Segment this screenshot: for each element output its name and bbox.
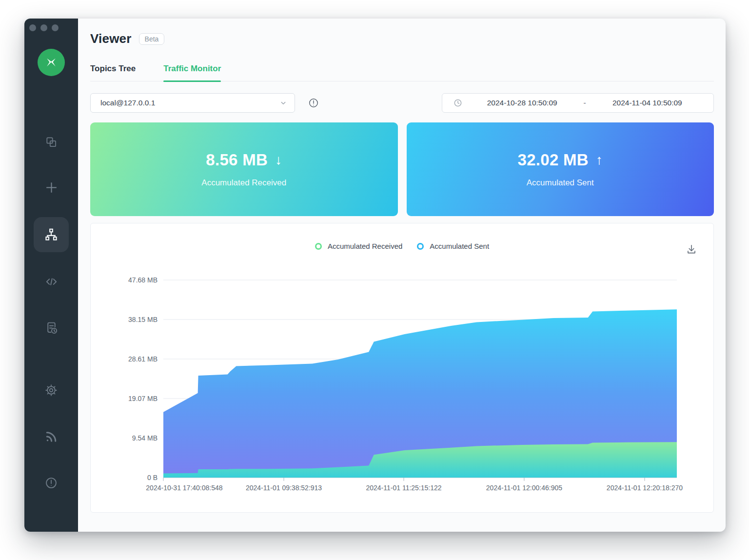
filter-bar: local@127.0.0.1 2 — [90, 93, 714, 113]
svg-text:47.68 MB: 47.68 MB — [128, 276, 158, 284]
tab-topics-tree[interactable]: Topics Tree — [90, 64, 136, 81]
svg-text:9.54 MB: 9.54 MB — [132, 434, 158, 442]
svg-text:2024-11-01 12:00:46:905: 2024-11-01 12:00:46:905 — [486, 484, 562, 492]
received-stat-label: Accumulated Received — [201, 178, 286, 188]
main-content: Viewer Beta Topics Tree Traffic Monitor … — [78, 19, 726, 532]
date-range-separator: - — [581, 99, 588, 107]
chevron-down-icon — [278, 98, 289, 108]
svg-text:2024-11-01 11:25:15:122: 2024-11-01 11:25:15:122 — [366, 484, 441, 492]
tab-traffic-monitor[interactable]: Traffic Monitor — [163, 64, 221, 81]
connection-select[interactable]: local@127.0.0.1 — [90, 93, 295, 113]
mqttx-logo-icon — [42, 53, 60, 72]
arrow-up-icon: ↑ — [596, 153, 603, 167]
svg-text:28.61 MB: 28.61 MB — [128, 355, 158, 363]
page-title: Viewer — [90, 31, 132, 46]
beta-badge: Beta — [139, 33, 165, 45]
sidebar-item-new-connection[interactable] — [24, 180, 78, 195]
info-circle-icon — [44, 476, 58, 490]
sidebar-item-settings[interactable] — [24, 383, 78, 397]
traffic-area-chart[interactable]: 47.68 MB38.15 MB28.61 MB19.07 MB9.54 MB0… — [91, 223, 713, 512]
sidebar-item-script[interactable] — [24, 275, 78, 289]
arrow-down-icon: ↓ — [275, 153, 282, 167]
clock-icon — [453, 98, 463, 108]
received-total-value: 8.56 MB — [206, 151, 268, 169]
connections-icon — [45, 136, 58, 149]
close-window-button[interactable] — [29, 24, 36, 31]
svg-text:0 B: 0 B — [147, 474, 158, 481]
sidebar-item-new-window[interactable] — [24, 430, 78, 443]
minimize-window-button[interactable] — [40, 24, 47, 31]
app-window: Viewer Beta Topics Tree Traffic Monitor … — [24, 19, 726, 532]
traffic-chart-panel: Accumulated Received Accumulated Sent 47… — [90, 223, 714, 513]
received-stat-card: 8.56 MB ↓ Accumulated Received — [90, 122, 398, 216]
traffic-info-icon[interactable] — [308, 98, 319, 108]
log-icon — [44, 321, 59, 335]
sent-stat-card: 32.02 MB ↑ Accumulated Sent — [407, 122, 714, 216]
sidebar — [24, 19, 78, 532]
sidebar-item-log[interactable] — [24, 321, 78, 335]
svg-text:2024-11-01 09:38:52:913: 2024-11-01 09:38:52:913 — [246, 484, 322, 492]
zoom-window-button[interactable] — [52, 24, 59, 31]
date-range-start[interactable]: 2024-10-28 10:50:09 — [463, 99, 581, 107]
date-range-end[interactable]: 2024-11-04 10:50:09 — [588, 99, 707, 107]
viewer-tree-icon — [44, 227, 59, 242]
svg-text:19.07 MB: 19.07 MB — [128, 395, 158, 402]
gear-icon — [44, 383, 58, 397]
date-range-picker[interactable]: 2024-10-28 10:50:09 - 2024-11-04 10:50:0… — [442, 93, 714, 113]
connection-select-value: local@127.0.0.1 — [100, 99, 278, 107]
sent-total-value: 32.02 MB — [518, 151, 589, 169]
sent-stat-label: Accumulated Sent — [527, 178, 594, 188]
page-header: Viewer Beta — [90, 31, 714, 46]
signal-icon — [44, 430, 58, 443]
plus-icon — [44, 180, 59, 195]
mqttx-logo — [38, 49, 65, 76]
window-controls — [29, 24, 59, 31]
svg-text:2024-10-31 17:40:08:548: 2024-10-31 17:40:08:548 — [146, 484, 222, 492]
sidebar-item-connections[interactable] — [24, 136, 78, 149]
svg-text:38.15 MB: 38.15 MB — [128, 316, 158, 323]
svg-text:2024-11-01 12:20:18:270: 2024-11-01 12:20:18:270 — [607, 484, 683, 492]
sidebar-item-viewer-active[interactable] — [34, 217, 69, 252]
stats-cards: 8.56 MB ↓ Accumulated Received 32.02 MB … — [90, 122, 714, 216]
sidebar-item-about[interactable] — [24, 476, 78, 490]
code-icon — [44, 275, 59, 289]
tab-bar: Topics Tree Traffic Monitor — [90, 64, 714, 81]
